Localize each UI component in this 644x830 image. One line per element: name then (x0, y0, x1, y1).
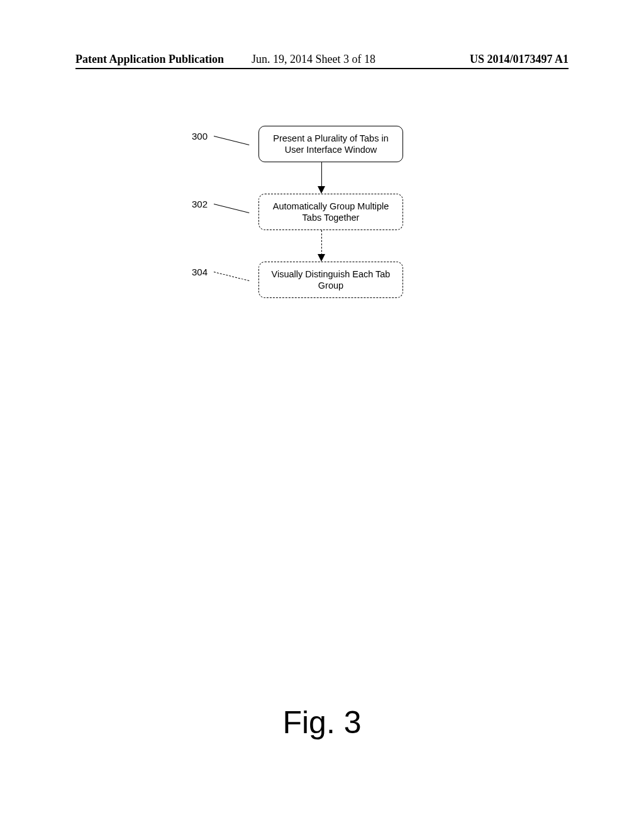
header-publication-number: US 2014/0173497 A1 (470, 53, 569, 66)
flow-step-box: Visually Distinguish Each Tab Group (258, 262, 403, 298)
flow-step-text: Visually Distinguish Each Tab Group (272, 269, 391, 290)
patent-page: Patent Application Publication Jun. 19, … (0, 0, 644, 830)
step-ref-300: 300 (192, 131, 208, 141)
flow-step-text: Present a Plurality of Tabs in User Inte… (273, 133, 389, 155)
flow-step-box: Present a Plurality of Tabs in User Inte… (258, 126, 403, 162)
leader-line-304 (214, 272, 250, 281)
flow-step-300: Present a Plurality of Tabs in User Inte… (249, 126, 413, 162)
flow-step-text: Automatically Group Multiple Tabs Togeth… (273, 201, 389, 223)
step-ref-304: 304 (192, 267, 208, 277)
arrow-head-icon (318, 254, 325, 262)
arrow-300-302 (321, 162, 322, 187)
figure-label: Fig. 3 (0, 704, 644, 741)
step-ref-302: 302 (192, 199, 208, 209)
leader-line-300 (214, 136, 250, 145)
header-publication-type: Patent Application Publication (75, 53, 224, 66)
flow-step-304: Visually Distinguish Each Tab Group (249, 262, 413, 298)
header-date-sheet: Jun. 19, 2014 Sheet 3 of 18 (252, 53, 375, 66)
flow-step-box: Automatically Group Multiple Tabs Togeth… (258, 194, 403, 230)
leader-line-302 (214, 204, 250, 213)
flow-step-302: Automatically Group Multiple Tabs Togeth… (249, 194, 413, 230)
arrow-head-icon (318, 186, 325, 194)
header-rule (75, 68, 569, 69)
arrow-302-304 (321, 230, 322, 255)
